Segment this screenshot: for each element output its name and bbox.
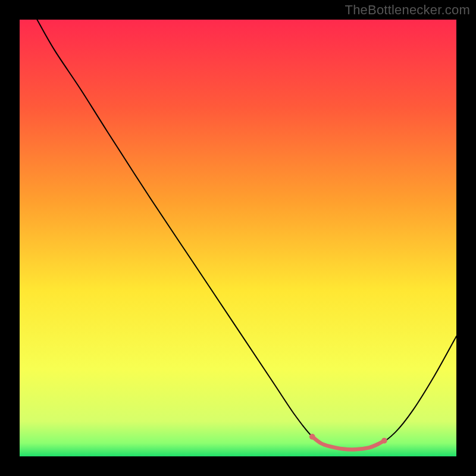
series-marker-dot (368, 446, 371, 449)
series-marker-dot (377, 443, 380, 446)
chart-plot-area (20, 20, 456, 456)
series-marker-endpoint (309, 434, 315, 440)
series-marker-dot (355, 448, 358, 451)
chart-frame: TheBottlenecker.com (0, 0, 476, 476)
series-marker-endpoint (381, 438, 387, 444)
chart-svg (20, 20, 456, 456)
series-marker-dot (342, 447, 345, 450)
attribution-text: TheBottlenecker.com (345, 2, 470, 18)
series-marker-dot (320, 442, 322, 445)
series-marker-dot (328, 445, 331, 448)
chart-background-gradient (20, 20, 456, 456)
